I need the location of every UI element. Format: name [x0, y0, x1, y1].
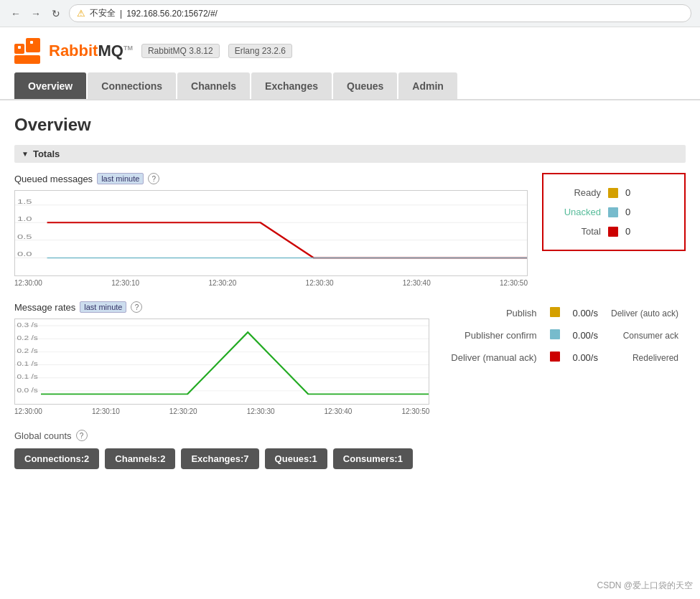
message-rates-chart: 0.3 /s 0.2 /s 0.2 /s 0.1 /s 0.1 /s 0.0 /… [14, 319, 429, 405]
svg-rect-4 [14, 55, 40, 64]
svg-text:0.1 /s: 0.1 /s [17, 373, 37, 380]
message-rates-label: Message rates last minute ? [14, 301, 429, 313]
collapse-icon[interactable]: ▼ [22, 150, 29, 158]
forward-button[interactable]: → [29, 6, 43, 21]
message-rates-chart-section: Message rates last minute ? 0.3 /s 0.2 /… [14, 301, 429, 415]
rates-time-range-badge[interactable]: last minute [80, 301, 126, 313]
warning-text: 不安全 [90, 7, 116, 19]
deliver-manual-value: 0.00/s [567, 347, 604, 368]
connections-badge[interactable]: Connections:2 [14, 448, 99, 469]
svg-text:0.3 /s: 0.3 /s [17, 321, 37, 328]
publisher-confirm-value: 0.00/s [567, 325, 604, 346]
tab-exchanges[interactable]: Exchanges [251, 72, 332, 99]
warning-icon: ⚠ [77, 8, 85, 19]
tab-overview[interactable]: Overview [14, 72, 86, 99]
browser-bar: ← → ↻ ⚠ 不安全 | 192.168.56.20:15672/#/ [0, 0, 700, 27]
tab-channels[interactable]: Channels [177, 72, 250, 99]
svg-rect-2 [18, 46, 21, 49]
unacked-row: Unacked 0 [558, 207, 670, 217]
svg-text:0.2 /s: 0.2 /s [17, 334, 37, 341]
back-button[interactable]: ← [9, 6, 23, 21]
total-color [608, 227, 618, 237]
unacked-label: Unacked [558, 207, 601, 217]
svg-rect-3 [30, 41, 33, 44]
logo-text: RabbitMQTM [49, 42, 133, 60]
total-label: Total [558, 226, 601, 237]
queued-x-labels: 12:30:0012:30:1012:30:2012:30:3012:30:40… [14, 279, 528, 287]
app-header: RabbitMQTM RabbitMQ 3.8.12 Erlang 23.2.6… [0, 27, 700, 100]
consumers-badge[interactable]: Consumers:1 [333, 448, 413, 469]
nav-tabs: Overview Connections Channels Exchanges … [14, 72, 686, 99]
tab-admin[interactable]: Admin [398, 72, 457, 99]
rates-stats-box: Publish 0.00/s Deliver (auto ack) Publis… [444, 301, 686, 369]
rabbitmq-version-badge: RabbitMQ 3.8.12 [141, 44, 220, 58]
svg-text:1.5: 1.5 [17, 197, 32, 205]
url-separator: | [120, 9, 122, 19]
svg-text:1.0: 1.0 [17, 215, 32, 223]
ready-value: 0 [625, 187, 630, 198]
message-rates-section: Message rates last minute ? 0.3 /s 0.2 /… [14, 301, 686, 415]
global-counts-section: Global counts ? Connections:2 Channels:2… [14, 430, 686, 469]
logo-area: RabbitMQTM RabbitMQ 3.8.12 Erlang 23.2.6 [14, 38, 686, 64]
svg-rect-1 [26, 38, 40, 52]
main-content: Overview ▼ Totals Queued messages last m… [0, 100, 700, 484]
svg-text:0.0: 0.0 [17, 250, 32, 258]
message-rates-help[interactable]: ? [131, 301, 142, 313]
svg-text:0.2 /s: 0.2 /s [17, 347, 37, 354]
queued-stats-box: Ready 0 Unacked 0 Total 0 [542, 173, 686, 251]
tab-connections[interactable]: Connections [88, 72, 176, 99]
publisher-confirm-label: Publisher confirm [445, 325, 542, 346]
queued-messages-label: Queued messages last minute ? [14, 173, 528, 184]
total-row: Total 0 [558, 226, 670, 237]
unacked-value: 0 [625, 207, 630, 217]
global-counts-help[interactable]: ? [76, 430, 88, 441]
reload-button[interactable]: ↻ [49, 6, 63, 21]
address-bar[interactable]: ⚠ 不安全 | 192.168.56.20:15672/#/ [69, 4, 691, 22]
queues-badge[interactable]: Queues:1 [265, 448, 327, 469]
rabbitmq-logo-icon [14, 38, 40, 64]
time-range-badge[interactable]: last minute [97, 173, 144, 184]
redelivered-label: Redelivered [605, 347, 684, 368]
erlang-version-badge: Erlang 23.2.6 [228, 44, 292, 58]
tab-queues[interactable]: Queues [333, 72, 397, 99]
deliver-manual-label: Deliver (manual ack) [445, 347, 542, 368]
queued-messages-help[interactable]: ? [148, 173, 159, 184]
publish-color-cell [544, 303, 566, 324]
ready-label: Ready [558, 187, 601, 198]
svg-text:0.0 /s: 0.0 /s [17, 386, 37, 393]
ready-color [608, 188, 618, 198]
svg-text:0.1 /s: 0.1 /s [17, 360, 37, 367]
totals-section-header: ▼ Totals [14, 145, 686, 163]
page-title: Overview [14, 115, 686, 135]
count-badges-container: Connections:2 Channels:2 Exchanges:7 Que… [14, 448, 686, 469]
publish-value: 0.00/s [567, 303, 604, 324]
publish-label: Publish [445, 303, 542, 324]
total-value: 0 [625, 226, 630, 237]
exchanges-badge[interactable]: Exchanges:7 [181, 448, 258, 469]
queued-messages-section: Queued messages last minute ? 1.5 1.0 0.… [14, 173, 686, 287]
rates-table: Publish 0.00/s Deliver (auto ack) Publis… [444, 301, 686, 369]
deliver-auto-label: Deliver (auto ack) [605, 303, 684, 324]
queued-messages-chart: 1.5 1.0 0.5 0.0 [14, 190, 528, 276]
unacked-color [608, 207, 618, 217]
channels-badge[interactable]: Channels:2 [105, 448, 175, 469]
publisher-confirm-color [544, 325, 566, 346]
publish-row: Publish 0.00/s Deliver (auto ack) [445, 303, 684, 324]
svg-text:0.5: 0.5 [17, 232, 32, 240]
url-text: 192.168.56.20:15672/#/ [126, 9, 218, 19]
rates-x-labels: 12:30:0012:30:1012:30:2012:30:3012:30:40… [14, 407, 429, 415]
ready-row: Ready 0 [558, 187, 670, 198]
queued-messages-chart-section: Queued messages last minute ? 1.5 1.0 0.… [14, 173, 528, 287]
global-counts-label: Global counts ? [14, 430, 686, 441]
publisher-confirm-row: Publisher confirm 0.00/s Consumer ack [445, 325, 684, 346]
deliver-manual-row: Deliver (manual ack) 0.00/s Redelivered [445, 347, 684, 368]
totals-label: Totals [33, 148, 60, 159]
consumer-ack-label: Consumer ack [605, 325, 684, 346]
deliver-manual-color [544, 347, 566, 368]
